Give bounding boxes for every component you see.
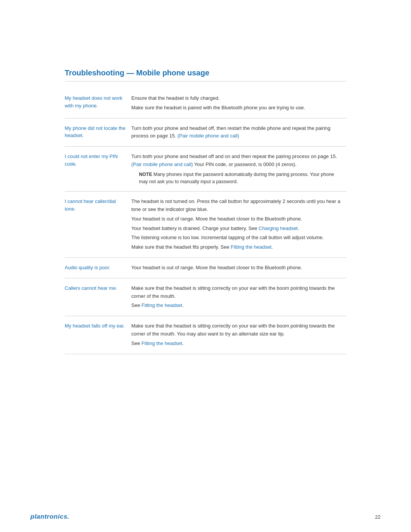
table-row: My headset falls off my ear. Make sure t…	[65, 316, 346, 354]
issue-cell: My headset does not work with my phone.	[65, 88, 131, 118]
solution-text: Your headset is out of range. Move the h…	[131, 215, 342, 223]
solution-cell: Ensure that the headset is fully charged…	[131, 88, 346, 118]
solution-cell: The headset is not turned on. Press the …	[131, 192, 346, 258]
solution-text: Your headset battery is drained. Charge …	[131, 225, 342, 233]
solution-text: Make sure that the headset fits properly…	[131, 243, 342, 251]
issue-text: Audio quality is poor.	[65, 265, 110, 270]
issue-cell: My headset falls off my ear.	[65, 316, 131, 354]
solution-text: Turn both your phone and headset off and…	[131, 153, 342, 169]
page: Troubleshooting — Mobile phone usage My …	[0, 0, 411, 532]
solution-cell: Your headset is out of range. Move the h…	[131, 258, 346, 278]
solution-text: Your headset is out of range. Move the h…	[131, 264, 342, 272]
content-area: Troubleshooting — Mobile phone usage My …	[65, 0, 346, 354]
charging-link[interactable]: Charging headset	[259, 225, 298, 231]
issue-text: My headset does not work with my phone.	[65, 95, 123, 109]
solution-text: Make sure that the headset is sitting co…	[131, 322, 342, 338]
solution-text: Turn both your phone and headset off, th…	[131, 125, 342, 141]
issue-cell: My phone did not locate the headset.	[65, 118, 131, 147]
issue-cell: I cannot hear caller/dial tone.	[65, 192, 131, 258]
issue-cell: Audio quality is poor.	[65, 258, 131, 278]
trouble-table: My headset does not work with my phone. …	[65, 88, 346, 354]
table-row: Audio quality is poor. Your headset is o…	[65, 258, 346, 278]
solution-cell: Make sure that the headset is sitting co…	[131, 278, 346, 316]
issue-text: I could not enter my PIN code.	[65, 153, 118, 167]
note-label: NOTE	[139, 172, 152, 177]
pair-link[interactable]: (Pair mobile phone and call)	[131, 161, 193, 167]
note-text: Many phones input the password automatic…	[139, 172, 334, 184]
fitting-link[interactable]: Fitting the headset	[231, 244, 271, 250]
table-row: My headset does not work with my phone. …	[65, 88, 346, 118]
brand-logo: plantronics.	[30, 513, 69, 521]
table-row: My phone did not locate the headset. Tur…	[65, 118, 346, 147]
issue-cell: I could not enter my PIN code.	[65, 147, 131, 192]
fitting-link[interactable]: Fitting the headset	[142, 340, 182, 346]
section-title: Troubleshooting — Mobile phone usage	[65, 69, 346, 81]
issue-text: My headset falls off my ear.	[65, 323, 125, 329]
brand-name: plantronics.	[30, 513, 69, 521]
page-number: 22	[375, 514, 381, 520]
solution-cell: Make sure that the headset is sitting co…	[131, 316, 346, 354]
solution-text: Make sure the headset is paired with the…	[131, 104, 342, 112]
pair-link[interactable]: (Pair mobile phone and call)	[177, 133, 239, 139]
solution-cell: Turn both your phone and headset off, th…	[131, 118, 346, 147]
issue-text: I cannot hear caller/dial tone.	[65, 198, 116, 212]
issue-cell: Callers cannot hear me.	[65, 278, 131, 316]
issue-text: My phone did not locate the headset.	[65, 125, 126, 139]
issue-text: Callers cannot hear me.	[65, 285, 117, 291]
table-row: I cannot hear caller/dial tone. The head…	[65, 192, 346, 258]
solution-text: Ensure that the headset is fully charged…	[131, 94, 342, 102]
solution-text: See Fitting the headset.	[131, 302, 342, 310]
solution-text: See Fitting the headset.	[131, 340, 342, 348]
solution-text: The headset is not turned on. Press the …	[131, 198, 342, 214]
table-row: I could not enter my PIN code. Turn both…	[65, 147, 346, 192]
solution-text: The listening volume is too low. Increme…	[131, 234, 342, 242]
solution-cell: Turn both your phone and headset off and…	[131, 147, 346, 192]
footer: plantronics. 22	[0, 513, 411, 521]
table-row: Callers cannot hear me. Make sure that t…	[65, 278, 346, 316]
note-block: NOTE Many phones input the password auto…	[139, 171, 342, 185]
solution-text: Make sure that the headset is sitting co…	[131, 284, 342, 300]
fitting-link[interactable]: Fitting the headset	[142, 302, 182, 308]
